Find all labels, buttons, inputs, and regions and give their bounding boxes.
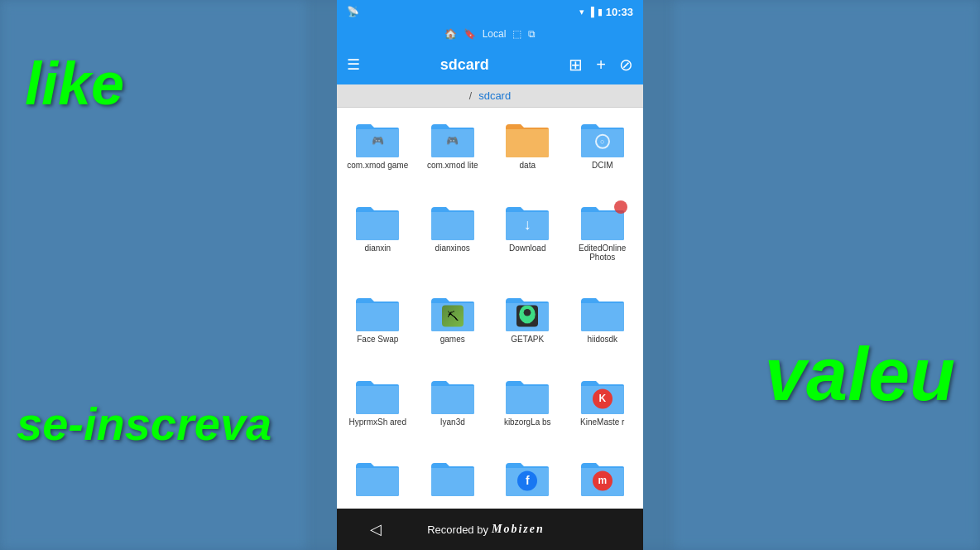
recorded-by-label: Recorded by Mobizen	[427, 523, 545, 536]
folder-icon: m	[579, 460, 626, 498]
battery-icon: ▮	[598, 7, 603, 17]
file-name: com.xmod lite	[427, 161, 478, 170]
file-name: Iyan3d	[440, 417, 465, 427]
folder-icon	[430, 460, 476, 498]
folder-icon	[354, 295, 401, 333]
list-item[interactable]: kibzorgLa bs	[490, 371, 565, 451]
svg-point-1	[524, 309, 531, 316]
breadcrumb-separator: /	[469, 90, 472, 102]
list-item[interactable]: data	[490, 114, 565, 194]
breadcrumb-sdcard[interactable]: sdcard	[478, 89, 511, 102]
time-display: 10:33	[606, 6, 633, 18]
list-item[interactable]: Face Swap	[340, 288, 416, 368]
cast-icon: 📡	[347, 6, 359, 17]
list-item[interactable]: dianxinos	[416, 197, 491, 286]
grid-icon: ⬚	[512, 28, 521, 40]
list-item[interactable]: ○ DCIM	[565, 114, 641, 194]
folder-icon	[430, 204, 476, 242]
list-item[interactable]: ⛏ games	[416, 288, 491, 368]
breadcrumb-bar: / sdcard	[337, 84, 643, 108]
folder-icon	[579, 204, 626, 242]
window-icon: ⧉	[528, 28, 536, 40]
list-item[interactable]: 🎮 com.xmod game	[340, 114, 416, 194]
folder-icon	[354, 460, 401, 498]
wifi-icon: ▾	[579, 7, 584, 17]
status-icons: ▾ ▐ ▮ 10:33	[579, 6, 633, 18]
app-bar: ☰ sdcard ⊞ + ⊘	[337, 45, 643, 84]
folder-icon	[354, 204, 401, 242]
file-name: com.xmod game	[347, 161, 408, 170]
folder-icon	[504, 295, 550, 333]
file-grid: 🎮 com.xmod game 🎮 com.xmod lite data ○ D…	[337, 108, 643, 530]
list-item[interactable]: K KineMaste r	[565, 371, 641, 451]
folder-icon: 🎮	[354, 121, 401, 159]
folder-icon: ⛏	[430, 295, 476, 333]
menu-icon[interactable]: ☰	[347, 55, 360, 74]
file-name: Download	[509, 244, 545, 253]
back-button[interactable]: ◁	[370, 520, 382, 538]
folder-icon	[504, 121, 550, 159]
list-item[interactable]: 🎮 com.xmod lite	[416, 114, 491, 194]
file-name: GETAPK	[511, 335, 544, 344]
local-label: Local	[483, 28, 507, 40]
local-bar: 🏠 🔖 Local ⬚ ⧉	[337, 23, 643, 45]
home-icon: 🏠	[444, 28, 457, 40]
file-name: dianxin	[364, 244, 391, 253]
face-swap-label: Face Swap	[357, 335, 398, 344]
app-bar-title: sdcard	[440, 56, 489, 74]
file-name: kibzorgLa bs	[504, 417, 551, 427]
flag-icon: 🔖	[464, 28, 476, 40]
file-name: HyprmxSh ared	[349, 417, 406, 427]
add-icon[interactable]: +	[596, 55, 606, 75]
signal-icon: ▐	[588, 7, 594, 17]
list-item[interactable]: EditedOnline Photos	[565, 197, 641, 286]
list-item[interactable]: Iyan3d	[416, 371, 491, 451]
svg-rect-2	[525, 320, 531, 323]
folder-icon	[579, 295, 626, 333]
valeu-text: valeu	[765, 332, 955, 417]
mobizen-logo: Mobizen	[492, 523, 545, 536]
file-name: games	[440, 335, 465, 344]
grid-view-icon[interactable]: ⊞	[569, 55, 583, 75]
file-name: KineMaste r	[580, 417, 624, 427]
bottom-nav-bar: ◁ Recorded by Mobizen	[337, 509, 643, 550]
list-item[interactable]: HyprmxSh ared	[340, 371, 416, 451]
file-name: dianxinos	[435, 244, 470, 253]
file-name: data	[520, 161, 536, 170]
folder-icon	[504, 378, 550, 416]
file-name: EditedOnline Photos	[569, 244, 636, 262]
folder-download-icon: ↓	[504, 204, 550, 242]
folder-icon: 🎮	[430, 121, 476, 159]
folder-icon: ○	[579, 121, 626, 159]
list-item[interactable]: hiidosdk	[565, 288, 641, 368]
file-name: DCIM	[592, 161, 613, 170]
folder-icon: f	[504, 460, 550, 498]
file-name: hiidosdk	[587, 335, 617, 344]
se-inscreva-text: se-inscreva	[17, 397, 271, 451]
list-item[interactable]: dianxin	[340, 197, 416, 286]
folder-icon: K	[579, 378, 626, 416]
phone-frame: 📡 ▾ ▐ ▮ 10:33 🏠 🔖 Local ⬚ ⧉ ☰ sdcard ⊞ +…	[337, 0, 643, 550]
list-item[interactable]: ↓ Download	[490, 197, 565, 286]
bg-right	[674, 0, 980, 550]
folder-icon	[354, 378, 401, 416]
cancel-icon[interactable]: ⊘	[619, 55, 633, 75]
like-text: like	[25, 50, 124, 118]
folder-icon	[430, 378, 476, 416]
app-bar-actions: ⊞ + ⊘	[569, 55, 633, 75]
list-item[interactable]: GETAPK	[490, 288, 565, 368]
status-bar: 📡 ▾ ▐ ▮ 10:33	[337, 0, 643, 23]
